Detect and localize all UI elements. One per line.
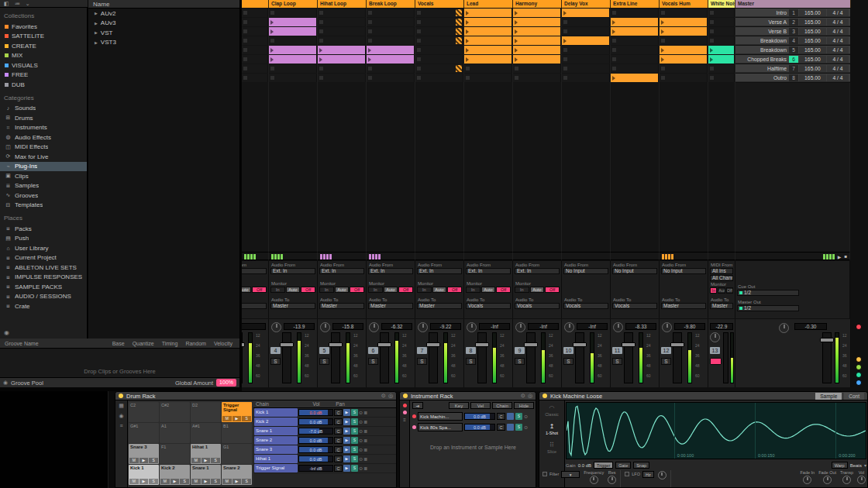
chain-pan[interactable]: C (334, 446, 343, 453)
sidebar-item-plug-ins[interactable]: ⌁Plug-Ins (0, 162, 87, 172)
empty-clip-slot[interactable] (660, 64, 708, 73)
mode-1-shot[interactable]: ↥1-Shot (546, 423, 558, 435)
empty-clip-slot[interactable] (562, 64, 610, 73)
input-select[interactable]: Ext. In (417, 268, 462, 274)
hot-swap-icon[interactable]: ⊙ (359, 456, 363, 462)
clip-stop-icon[interactable] (368, 29, 372, 33)
empty-clip-slot[interactable] (611, 55, 659, 64)
chain-solo-button[interactable]: S (351, 446, 358, 453)
drum-pad-g-1[interactable]: G#1 (129, 423, 159, 443)
solo-button[interactable]: S (417, 358, 427, 365)
clip-launch-icon[interactable] (270, 48, 274, 53)
clip-stop-icon[interactable] (417, 76, 421, 80)
clip[interactable] (318, 46, 366, 54)
drum-pad-a-1[interactable]: A#1 (191, 423, 221, 443)
clip-stop-icon[interactable] (466, 67, 470, 70)
clip[interactable] (464, 55, 512, 64)
clip-stop-icon[interactable] (319, 29, 323, 33)
scene-row-verse-a[interactable]: Verse A2165.004 / 4 (735, 18, 850, 26)
clip[interactable] (708, 55, 735, 64)
clip[interactable] (318, 55, 366, 64)
scene-time-signature[interactable]: 4 / 4 (827, 56, 849, 63)
volume-fader[interactable] (575, 332, 584, 383)
volume-value[interactable]: -Inf (479, 323, 510, 330)
scene-number[interactable]: 3 (789, 28, 798, 35)
empty-clip-slot[interactable] (415, 36, 463, 45)
output-select[interactable]: Master (710, 303, 733, 309)
disclosure-triangle-icon[interactable]: ▶ (95, 40, 98, 45)
volume-fader[interactable] (624, 332, 633, 383)
volume-fader-handle[interactable] (670, 342, 684, 347)
clip-launch-icon[interactable] (319, 48, 322, 53)
track-title[interactable]: Vocals Hum (660, 0, 708, 8)
fold-icon[interactable]: ◎ (528, 393, 532, 399)
solo-button[interactable]: S (612, 358, 622, 365)
groove-column-random[interactable]: Random (181, 341, 209, 346)
clip-stop-icon[interactable] (368, 20, 372, 24)
volume-fader-handle[interactable] (329, 342, 343, 347)
track-title[interactable] (242, 0, 269, 8)
empty-clip-slot[interactable] (660, 74, 708, 82)
volume-fader[interactable] (380, 332, 389, 383)
chain-pan[interactable]: C (497, 424, 505, 431)
hot-swap-icon[interactable]: ⊙ (359, 410, 363, 415)
monitor-auto-button[interactable]: Auto (530, 287, 545, 293)
chevron-down-icon[interactable]: ▾ (864, 462, 866, 468)
clip-launch-icon[interactable] (319, 57, 322, 62)
clip-launch-icon[interactable] (515, 29, 518, 34)
stack-icon[interactable]: ≔ (15, 1, 20, 7)
sidebar-item-free[interactable]: FREE (0, 70, 87, 81)
sidebar-item-sattelite[interactable]: SATTELITE (0, 32, 87, 42)
chain-select-button[interactable] (507, 424, 514, 431)
clip-stop-icon[interactable] (243, 57, 247, 61)
chain-menu-icon[interactable]: ≣ (363, 456, 367, 462)
scene-time-signature[interactable]: 4 / 4 (827, 46, 849, 53)
clip[interactable] (513, 36, 561, 45)
output-select[interactable]: Vocals (563, 303, 608, 309)
solo-button[interactable]: S (270, 358, 281, 365)
empty-clip-slot[interactable] (367, 18, 415, 26)
volume-fader[interactable] (477, 332, 487, 383)
pad-mute-button[interactable]: M (191, 458, 201, 463)
volume-value[interactable]: -6.32 (381, 323, 412, 330)
hz-button[interactable]: Hz (642, 471, 654, 478)
hot-swap-icon[interactable]: ⊙ (359, 419, 363, 424)
clip-hatched[interactable] (456, 37, 462, 44)
round-button-teal[interactable] (856, 372, 862, 378)
clip[interactable] (660, 46, 708, 54)
empty-clip-slot[interactable] (269, 64, 317, 73)
io-icon[interactable]: ◉ (119, 413, 123, 419)
scene-time-signature[interactable]: 4 / 4 (827, 28, 849, 35)
filter-checkbox[interactable] (542, 472, 547, 476)
clip[interactable] (513, 55, 561, 64)
clip-stop-icon[interactable] (612, 67, 616, 70)
sidebar-item-templates[interactable]: ⊟Templates (0, 201, 87, 211)
empty-clip-slot[interactable] (708, 64, 735, 73)
empty-clip-slot[interactable] (318, 18, 366, 26)
volume-fader-handle[interactable] (573, 342, 587, 347)
disclosure-triangle-icon[interactable]: ▶ (95, 21, 98, 26)
clip-stop-icon[interactable] (319, 76, 323, 80)
clip-stop-icon[interactable] (563, 57, 567, 61)
track-title[interactable]: Break Loop (367, 0, 415, 8)
clip-stop-icon[interactable] (368, 39, 372, 43)
empty-clip-slot[interactable] (318, 9, 366, 17)
clip[interactable] (513, 46, 561, 54)
drum-pad-hihat-1[interactable]: Hihat 1M▶S (191, 444, 221, 464)
master-fader-handle[interactable] (820, 338, 834, 342)
pan-knob[interactable] (710, 332, 720, 342)
sidebar-item-audio-effects[interactable]: ◍Audio Effects (0, 132, 87, 143)
scene-row-breakdown[interactable]: Breakdown5165.004 / 4 (735, 46, 850, 54)
sidebar-item-grooves[interactable]: ∿Grooves (0, 191, 87, 201)
chain-name[interactable]: Hihat 1 (254, 455, 298, 463)
clip-stop-icon[interactable] (368, 67, 372, 70)
sidebar-item-sounds[interactable]: ♪Sounds (0, 104, 87, 114)
clip[interactable] (367, 55, 415, 64)
lfo-checkbox[interactable] (625, 472, 629, 476)
clip-launch-icon[interactable] (515, 11, 518, 15)
drum-pad-c2[interactable]: C2 (129, 402, 159, 422)
volume-fader-handle[interactable] (622, 342, 636, 347)
chain-name[interactable]: Kick 1 (254, 408, 298, 417)
groove-pool-drop-area[interactable]: Drop Clips or Grooves Here (0, 349, 239, 377)
sidebar-item-crate[interactable]: ⧈Crate (0, 301, 87, 311)
